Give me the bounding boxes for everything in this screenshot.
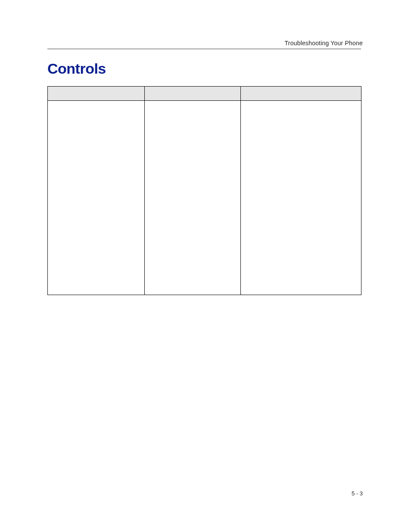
page-number: 5 - 3 [352,490,363,497]
table-header-cell [48,87,145,101]
table-header-row [48,87,361,101]
table-cell [48,101,145,295]
table-row [48,101,361,295]
table-cell [241,101,361,295]
table-header-cell [145,87,241,101]
table-cell [145,101,241,295]
running-head: Troubleshooting Your Phone [285,40,363,47]
header-rule [47,48,361,50]
page: Troubleshooting Your Phone Controls 5 - … [0,0,411,532]
section-title: Controls [47,60,106,77]
table-header-cell [241,87,361,101]
troubleshooting-table [47,86,361,295]
